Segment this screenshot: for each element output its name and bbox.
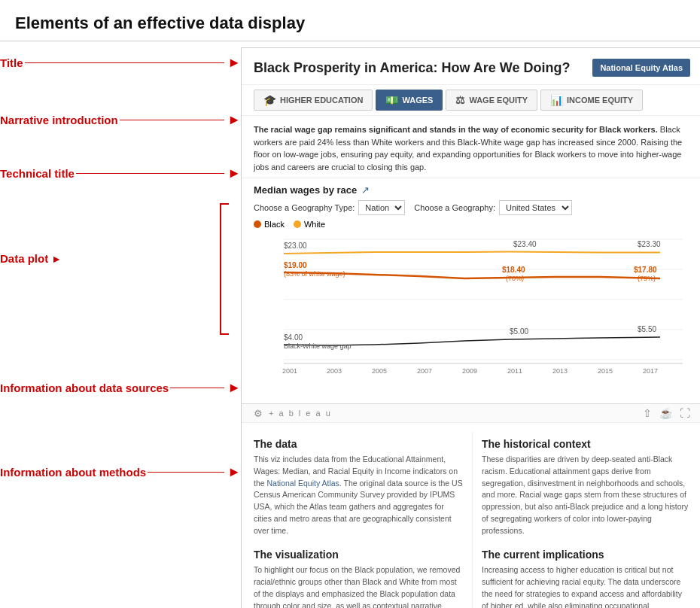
chart-svg: $23.00 $23.40 $23.30 $19.00 (83% of whit… (254, 232, 690, 397)
info-block-data-text: This viz includes data from the Educatio… (254, 454, 463, 537)
tableau-controls-left: ⚙ + a b l e a u (254, 408, 332, 419)
comment-icon[interactable]: ☕ (659, 407, 672, 419)
tableau-logo: + a b l e a u (269, 409, 332, 418)
geo-select[interactable]: United States (499, 200, 572, 215)
info-block-data: The data This viz includes data from the… (254, 432, 472, 543)
tabs-row: 🎓 HIGHER EDUCATION 💵 WAGES ⚖ WAGE EQUITY… (242, 85, 700, 116)
narrative-section: The racial wage gap remains significant … (242, 116, 700, 178)
label-technical: Technical title ► (0, 166, 241, 181)
info-block-history-text: These disparities are driven by deep-sea… (482, 454, 690, 537)
svg-text:$17.80: $17.80 (634, 266, 657, 274)
labels-column: Title ► Narrative introduction ► Technic… (0, 41, 241, 608)
legend-white-dot (294, 220, 301, 228)
svg-text:$23.30: $23.30 (638, 240, 661, 248)
tab-wage-equity[interactable]: ⚖ WAGE EQUITY (446, 90, 537, 111)
svg-text:$5.50: $5.50 (638, 325, 656, 333)
panel-header: Black Prosperity in America: How Are We … (242, 48, 700, 85)
svg-text:2009: 2009 (462, 367, 477, 375)
svg-text:2015: 2015 (598, 367, 613, 375)
chart-title-row: Median wages by race ↗ (254, 184, 690, 196)
wage-equity-icon: ⚖ (455, 94, 465, 106)
info-block-history-title: The historical context (482, 438, 690, 450)
narrative-text: The racial wage gap remains significant … (254, 123, 690, 173)
info-grid: The data This viz includes data from the… (242, 422, 700, 608)
info-block-viz: The visualization To highlight our focus… (254, 543, 472, 608)
higher-ed-icon: 🎓 (263, 94, 276, 106)
svg-text:2007: 2007 (417, 367, 432, 375)
svg-text:2013: 2013 (552, 367, 568, 375)
share-icon[interactable]: ⇧ (643, 407, 652, 419)
wages-icon: 💵 (385, 94, 398, 106)
svg-text:(70%): (70%) (506, 275, 524, 282)
tab-higher-education[interactable]: 🎓 HIGHER EDUCATION (254, 90, 373, 111)
svg-text:Black-White wage gap: Black-White wage gap (284, 342, 352, 350)
chart-section: Median wages by race ↗ Choose a Geograph… (242, 178, 700, 403)
svg-text:2001: 2001 (282, 367, 297, 375)
info-block-history: The historical context These disparities… (472, 432, 690, 543)
legend-black: Black (254, 220, 285, 229)
right-panel: Black Prosperity in America: How Are We … (241, 47, 700, 608)
svg-text:$4.00: $4.00 (284, 333, 303, 342)
dataplot-bracket (220, 203, 229, 335)
geo-type-control: Choose a Geography Type: Nation (254, 200, 405, 215)
svg-text:2005: 2005 (372, 367, 387, 375)
panel-title: Black Prosperity in America: How Are We … (254, 60, 570, 76)
chart-title: Median wages by race (254, 184, 357, 196)
legend-white: White (294, 220, 325, 229)
tab-wages[interactable]: 💵 WAGES (376, 90, 443, 111)
chart-svg-wrapper: $23.00 $23.40 $23.30 $19.00 (83% of whit… (254, 232, 690, 400)
label-datasources: Information about data sources ► (0, 380, 241, 396)
info-block-viz-text: To highlight our focus on the Black popu… (254, 564, 463, 608)
tableau-bar: ⚙ + a b l e a u ⇧ ☕ ⛶ (242, 403, 700, 422)
svg-text:$18.40: $18.40 (502, 266, 525, 274)
label-methods: Information about methods ► (0, 464, 241, 480)
tableau-icons: ⇧ ☕ ⛶ (643, 407, 690, 419)
label-dataplot: Data plot ► (0, 252, 241, 265)
svg-text:$19.00: $19.00 (284, 261, 307, 269)
svg-text:(79%): (79%) (638, 275, 656, 282)
info-block-viz-title: The visualization (254, 549, 463, 561)
chart-external-link-icon[interactable]: ↗ (361, 184, 370, 196)
brand-badge: National Equity Atlas (592, 59, 690, 77)
info-block-data-title: The data (254, 438, 463, 450)
chart-controls: Choose a Geography Type: Nation Choose a… (254, 200, 690, 215)
geo-type-select[interactable]: Nation (358, 200, 405, 215)
svg-text:2003: 2003 (327, 367, 342, 375)
label-narrative: Narrative introduction ► (0, 112, 241, 128)
info-block-implications-title: The current implications (482, 549, 690, 561)
info-block-implications-text: Increasing access to higher education is… (482, 564, 690, 608)
svg-text:2011: 2011 (507, 367, 522, 375)
info-block-implications: The current implications Increasing acce… (472, 543, 690, 608)
label-title: Title ► (0, 55, 241, 71)
svg-text:$23.40: $23.40 (513, 240, 537, 248)
svg-text:(83% of white wage): (83% of white wage) (284, 270, 345, 278)
svg-text:2017: 2017 (643, 367, 658, 375)
expand-icon[interactable]: ⛶ (680, 407, 690, 419)
income-equity-icon: 📊 (550, 94, 563, 106)
tab-income-equity[interactable]: 📊 INCOME EQUITY (540, 90, 643, 111)
svg-text:$23.00: $23.00 (284, 242, 307, 250)
legend-black-dot (254, 220, 261, 228)
legend-row: Black White (254, 220, 690, 229)
geo-control: Choose a Geography: United States (414, 200, 572, 215)
settings-icon[interactable]: ⚙ (254, 408, 263, 419)
svg-text:$5.00: $5.00 (510, 327, 528, 336)
page-title: Elements of an effective data display (0, 0, 700, 41)
